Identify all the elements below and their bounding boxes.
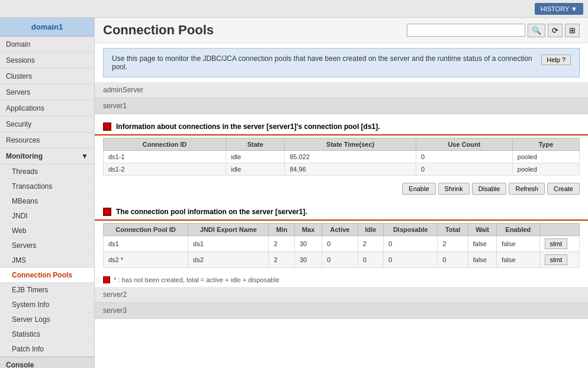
sidebar-item-domain[interactable]: Domain bbox=[0, 37, 94, 53]
section1-icon bbox=[103, 122, 111, 131]
sidebar-sub-threads[interactable]: Threads bbox=[0, 164, 94, 179]
info-box: Use this page to monitor the JDBC/JCA co… bbox=[103, 48, 580, 78]
section2-title: The connection pool information on the s… bbox=[116, 208, 307, 216]
shrink-button[interactable]: Shrink bbox=[438, 183, 470, 195]
note-row: * : has not been created, total = active… bbox=[95, 273, 588, 287]
action-row: EnableShrinkDisableRefreshCreate bbox=[95, 180, 588, 199]
sidebar-item-servers[interactable]: Servers bbox=[0, 85, 94, 101]
table-row: ds1-1idle85.0220pooled bbox=[104, 151, 580, 163]
note-icon bbox=[103, 276, 110, 283]
section1-header: Information about connections in the ser… bbox=[95, 118, 588, 135]
sidebar-sub-web[interactable]: Web bbox=[0, 224, 94, 238]
sidebar-item-security[interactable]: Security bbox=[0, 117, 94, 133]
history-button[interactable]: HISTORY ▼ bbox=[535, 3, 583, 15]
main-content: Connection Pools 🔍 ⟳ ⊞ Use this page to … bbox=[95, 18, 588, 368]
server-row-server2: server2 bbox=[95, 287, 588, 303]
top-bar: HISTORY ▼ bbox=[0, 0, 588, 18]
sidebar-sub-server-logs[interactable]: Server Logs bbox=[0, 312, 94, 327]
section2-table: Connection Pool IDJNDI Export NameMinMax… bbox=[103, 223, 580, 268]
table-row: ds2 *ds22300000falsefalsestmt bbox=[104, 252, 580, 268]
section1-table-wrap: Connection IDStateState Time(sec)Use Cou… bbox=[95, 135, 588, 180]
section2-header: The connection pool information on the s… bbox=[95, 203, 588, 221]
search-button[interactable]: 🔍 bbox=[528, 24, 545, 37]
enable-button[interactable]: Enable bbox=[402, 183, 435, 195]
stmt-button[interactable]: stmt bbox=[545, 238, 568, 249]
page-title: Connection Pools bbox=[103, 22, 214, 38]
refresh-button[interactable]: Refresh bbox=[509, 183, 545, 195]
sidebar-sub-transactions[interactable]: Transactions bbox=[0, 179, 94, 194]
console-item[interactable]: Console bbox=[0, 357, 94, 368]
sidebar-sub-system-info[interactable]: System Info bbox=[0, 298, 94, 312]
server-row-adminServer: adminServer bbox=[95, 82, 588, 98]
section2-table-wrap: Connection Pool IDJNDI Export NameMinMax… bbox=[95, 221, 588, 273]
info-text: Use this page to monitor the JDBC/JCA co… bbox=[112, 54, 541, 71]
disable-button[interactable]: Disable bbox=[472, 183, 507, 195]
sidebar-item-resources[interactable]: Resources bbox=[0, 133, 94, 149]
sidebar-sub-patch-info[interactable]: Patch Info bbox=[0, 342, 94, 357]
search-input[interactable] bbox=[407, 24, 525, 37]
sidebar-sub-mbeans[interactable]: MBeans bbox=[0, 194, 94, 209]
monitoring-chevron: ▼ bbox=[81, 152, 88, 160]
note-text: * : has not been created, total = active… bbox=[114, 276, 279, 283]
monitoring-label: Monitoring bbox=[6, 152, 43, 160]
sidebar-item-applications[interactable]: Applications bbox=[0, 101, 94, 117]
sidebar-sub-statistics[interactable]: Statistics bbox=[0, 327, 94, 342]
search-area: 🔍 ⟳ ⊞ bbox=[407, 24, 580, 37]
main-header: Connection Pools 🔍 ⟳ ⊞ bbox=[95, 18, 588, 43]
refresh-button[interactable]: ⟳ bbox=[548, 24, 563, 37]
sidebar-item-sessions[interactable]: Sessions bbox=[0, 53, 94, 69]
sidebar-sub-jndi[interactable]: JNDI bbox=[0, 209, 94, 224]
sidebar: domain1 DomainSessionsClustersServersApp… bbox=[0, 18, 95, 368]
sidebar-sub-connection-pools[interactable]: Connection Pools bbox=[0, 268, 94, 283]
table-row: ds1ds12300202falsefalsestmt bbox=[104, 236, 580, 252]
section2-icon bbox=[103, 208, 111, 216]
domain-header[interactable]: domain1 bbox=[0, 18, 94, 37]
server-row-server3: server3 bbox=[95, 303, 588, 319]
help-button[interactable]: Help ? bbox=[541, 54, 571, 65]
server-row-server1: server1 bbox=[95, 98, 588, 114]
table-row: ds1-2idle84.960pooled bbox=[104, 163, 580, 176]
sidebar-sub-servers-mon[interactable]: Servers bbox=[0, 238, 94, 253]
stmt-button[interactable]: stmt bbox=[545, 254, 568, 265]
sidebar-sub-jms[interactable]: JMS bbox=[0, 253, 94, 268]
monitoring-section[interactable]: Monitoring ▼ bbox=[0, 149, 94, 164]
create-button[interactable]: Create bbox=[547, 183, 580, 195]
sidebar-item-clusters[interactable]: Clusters bbox=[0, 69, 94, 85]
export-button[interactable]: ⊞ bbox=[565, 24, 580, 37]
sidebar-sub-ejb-timers[interactable]: EJB Timers bbox=[0, 283, 94, 298]
section1-table: Connection IDStateState Time(sec)Use Cou… bbox=[103, 138, 580, 176]
section1-title: Information about connections in the ser… bbox=[116, 122, 380, 131]
